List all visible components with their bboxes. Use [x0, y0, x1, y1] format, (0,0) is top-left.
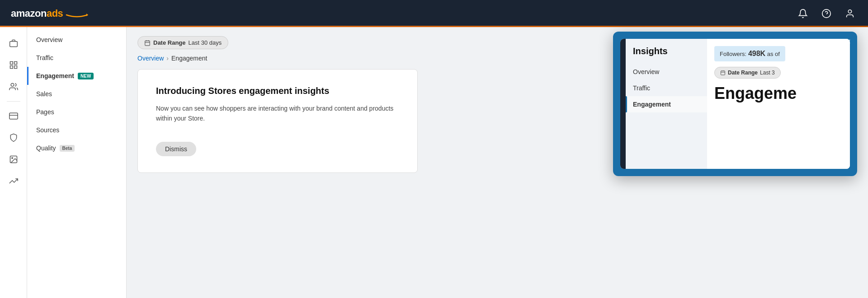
user-circle-icon[interactable]	[843, 6, 857, 21]
date-range-button[interactable]: Date Range Last 30 days	[137, 36, 228, 49]
svg-rect-18	[721, 71, 725, 75]
bell-icon[interactable]	[796, 6, 810, 21]
date-range-value: Last 30 days	[189, 39, 222, 46]
svg-marker-0	[86, 14, 88, 16]
insights-nav-engagement[interactable]: Engagement	[626, 96, 707, 112]
svg-point-1	[822, 9, 830, 18]
sidebar-item-quality[interactable]: Quality Beta	[27, 139, 126, 157]
briefcase-icon[interactable]	[5, 34, 23, 52]
followers-count: 498K	[748, 50, 765, 57]
svg-rect-8	[10, 66, 13, 69]
logo-text: amazonads	[11, 8, 79, 19]
content-area: Date Range Last 30 days Overview › Engag…	[127, 27, 868, 298]
svg-rect-4	[9, 42, 17, 47]
insights-nav-overview[interactable]: Overview	[626, 64, 707, 80]
breadcrumb-parent[interactable]: Overview	[137, 55, 164, 62]
insights-calendar-icon	[720, 70, 726, 75]
followers-label: Followers:	[720, 51, 746, 57]
breadcrumb-separator: ›	[166, 55, 169, 62]
divider	[7, 101, 20, 102]
info-card-body: Now you can see how shoppers are interac…	[156, 103, 399, 124]
grid-icon[interactable]	[5, 56, 23, 74]
sidebar-item-sales[interactable]: Sales	[27, 85, 126, 103]
overlay-popup: × Insights Overview Traffic Engagement	[613, 32, 857, 176]
svg-point-9	[11, 84, 14, 87]
svg-rect-7	[14, 66, 17, 69]
date-range-label: Date Range	[153, 39, 186, 46]
followers-note: as of	[767, 51, 780, 57]
credit-card-icon[interactable]	[5, 107, 23, 125]
shield-icon[interactable]	[5, 129, 23, 147]
sidebar-item-sources[interactable]: Sources	[27, 121, 126, 139]
breadcrumb-current: Engagement	[171, 55, 207, 62]
dismiss-button[interactable]: Dismiss	[156, 142, 196, 156]
left-accent-bar	[620, 39, 626, 169]
insights-nav-traffic[interactable]: Traffic	[626, 80, 707, 96]
info-card-title: Introducing Stores engagement insights	[156, 86, 399, 96]
logo: amazonads	[11, 8, 79, 19]
insights-date-value: Last 3	[760, 70, 775, 76]
sidebar-item-overview[interactable]: Overview	[27, 31, 126, 49]
inner-panel: Insights Overview Traffic Engagement Fol…	[620, 39, 850, 169]
engagement-title: Engageme	[714, 84, 843, 103]
insights-title: Insights	[626, 46, 707, 64]
sidebar-item-pages[interactable]: Pages	[27, 103, 126, 121]
nav-sidebar: Overview Traffic Engagement NEW Sales Pa…	[27, 27, 127, 298]
engagement-new-badge: NEW	[78, 73, 94, 79]
main-layout: Overview Traffic Engagement NEW Sales Pa…	[0, 27, 868, 298]
svg-rect-14	[145, 41, 150, 46]
nav-icons	[796, 6, 857, 21]
svg-rect-5	[10, 62, 13, 65]
sidebar-item-traffic[interactable]: Traffic	[27, 49, 126, 67]
insights-date-label: Date Range	[728, 70, 758, 76]
insights-nav: Insights Overview Traffic Engagement	[626, 39, 707, 169]
info-card: Introducing Stores engagement insights N…	[137, 69, 418, 173]
followers-bar: Followers: 498K as of	[714, 46, 785, 61]
svg-point-3	[848, 10, 851, 13]
calendar-icon	[144, 40, 151, 46]
svg-rect-6	[14, 62, 17, 65]
top-navigation: amazonads	[0, 0, 868, 27]
svg-rect-10	[9, 113, 17, 119]
image-icon[interactable]	[5, 150, 23, 168]
quality-beta-badge: Beta	[60, 145, 75, 152]
close-button[interactable]: ×	[845, 37, 851, 46]
help-circle-icon[interactable]	[819, 6, 834, 21]
svg-point-13	[11, 158, 12, 159]
insights-date-range-button[interactable]: Date Range Last 3	[714, 67, 781, 79]
sidebar-item-engagement[interactable]: Engagement NEW	[27, 67, 126, 85]
trending-up-icon[interactable]	[5, 172, 23, 190]
insights-content: Followers: 498K as of Date Range	[707, 39, 850, 169]
users-icon[interactable]	[5, 78, 23, 96]
icon-sidebar	[0, 27, 27, 298]
